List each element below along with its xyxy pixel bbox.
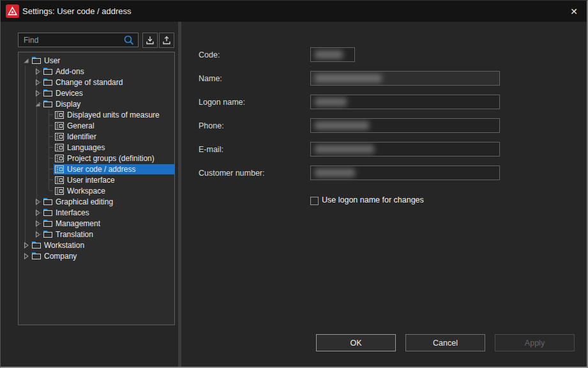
- tree-item-label: General: [64, 121, 97, 130]
- export-settings-button[interactable]: [159, 33, 174, 48]
- tree-item[interactable]: Company: [19, 250, 174, 261]
- settings-page-icon: [55, 133, 64, 141]
- tree-item[interactable]: User: [19, 55, 174, 66]
- field-label: Customer number:: [199, 169, 265, 178]
- use-logon-name-checkbox[interactable]: [310, 197, 319, 205]
- tree-item-label: Add-ons: [53, 67, 87, 76]
- tree-item-row[interactable]: Company: [31, 251, 174, 261]
- redacted-value: [315, 74, 382, 82]
- tree-item-label: Company: [41, 252, 79, 261]
- folder-icon: [31, 241, 41, 249]
- settings-page-icon: [55, 144, 64, 151]
- tree-item[interactable]: Workstation: [19, 240, 174, 250]
- tree-item-label: Display: [53, 100, 83, 109]
- folder-icon: [43, 89, 53, 97]
- tree-item-label: Management: [53, 219, 103, 228]
- tree-item-label: Workstation: [41, 241, 87, 250]
- text-input[interactable]: [310, 95, 500, 109]
- folder-icon: [43, 78, 53, 86]
- import-icon: [146, 36, 155, 45]
- expander-icon[interactable]: [22, 241, 31, 250]
- field-label: Name:: [199, 74, 222, 83]
- folder-icon: [43, 197, 53, 206]
- tree-item-row[interactable]: General: [54, 121, 174, 131]
- tree-item[interactable]: Interfaces: [19, 207, 174, 218]
- tree-item-row[interactable]: Change of standard: [42, 77, 174, 88]
- tree-item-row[interactable]: Languages: [54, 142, 174, 153]
- import-settings-button[interactable]: [142, 33, 158, 48]
- tree-item-row[interactable]: Project groups (definition): [54, 153, 174, 164]
- folder-icon: [31, 252, 41, 260]
- tree-connector-line: [49, 136, 53, 137]
- text-input[interactable]: [310, 47, 355, 62]
- expander-icon[interactable]: [22, 56, 31, 65]
- panel-splitter[interactable]: [178, 22, 181, 367]
- folder-icon: [43, 208, 53, 217]
- tree-item[interactable]: Change of standard: [19, 77, 174, 88]
- tree-item-row[interactable]: Workspace: [54, 186, 174, 196]
- tree-item-label: Translation: [53, 230, 96, 239]
- search-icon: [123, 34, 135, 46]
- tree-item[interactable]: Graphical editing: [19, 196, 174, 207]
- redacted-value: [315, 121, 369, 130]
- tree-item[interactable]: Devices: [19, 88, 174, 98]
- text-input[interactable]: [310, 118, 500, 133]
- tree-connector-line: [37, 223, 41, 224]
- tree-item-label: User: [41, 56, 63, 65]
- folder-icon: [43, 100, 53, 108]
- window-title: Settings: User code / address: [22, 1, 132, 22]
- tree-item[interactable]: Languages: [19, 142, 174, 153]
- text-input[interactable]: [310, 142, 500, 157]
- apply-button[interactable]: Apply: [495, 334, 575, 351]
- tree-item-row[interactable]: Translation: [42, 229, 174, 240]
- tree-item-label: Languages: [64, 143, 107, 152]
- tree-item-row[interactable]: Workstation: [31, 240, 174, 250]
- tree-item-label: User interface: [64, 176, 117, 185]
- expander-icon[interactable]: [22, 252, 31, 261]
- tree-connector-line: [37, 201, 41, 202]
- tree-item[interactable]: Identifier: [19, 131, 174, 142]
- tree-item-row[interactable]: Displayed units of measure: [54, 110, 174, 120]
- tree-item[interactable]: Displayed units of measure: [19, 109, 174, 120]
- field-label: Code:: [199, 50, 220, 59]
- tree-item-row[interactable]: Identifier: [54, 132, 174, 142]
- tree-item-label: Change of standard: [53, 78, 125, 87]
- settings-page-icon: [55, 165, 64, 173]
- ok-button[interactable]: OK: [316, 334, 396, 351]
- tree-item-row[interactable]: Display: [42, 99, 174, 109]
- tree-item-row[interactable]: User: [31, 56, 174, 66]
- tree-item-row[interactable]: Add-ons: [42, 66, 174, 77]
- tree-connector-line: [37, 234, 41, 234]
- tree-item[interactable]: Display: [19, 98, 174, 109]
- tree-item-label: Identifier: [64, 132, 99, 141]
- redacted-value: [315, 169, 355, 177]
- text-input[interactable]: [310, 165, 500, 180]
- tree-item-row[interactable]: User interface: [54, 175, 174, 185]
- redacted-value: [315, 145, 374, 153]
- tree-item-row[interactable]: Devices: [42, 88, 174, 98]
- tree-item[interactable]: Add-ons: [19, 66, 174, 77]
- close-icon[interactable]: ✕: [566, 4, 582, 18]
- tree-item-row[interactable]: Graphical editing: [42, 197, 174, 207]
- text-input[interactable]: [310, 71, 500, 86]
- tree-item-label: Interfaces: [53, 208, 92, 217]
- tree-item[interactable]: Management: [19, 218, 174, 229]
- tree-item-row[interactable]: Management: [42, 218, 174, 229]
- field-label: E-mail:: [199, 145, 223, 154]
- tree-item-label: Project groups (definition): [64, 154, 157, 163]
- tree-connector-line: [37, 93, 41, 93]
- tree-item[interactable]: Project groups (definition): [19, 153, 174, 164]
- search-input[interactable]: [18, 33, 139, 47]
- tree-item[interactable]: User interface: [19, 174, 174, 185]
- tree-item[interactable]: General: [19, 120, 174, 131]
- settings-dialog: Settings: User code / address ✕: [0, 0, 588, 368]
- tree-item[interactable]: Translation: [19, 229, 174, 240]
- field-label: Phone:: [199, 121, 224, 130]
- tree-item[interactable]: Workspace: [19, 185, 174, 196]
- tree-item-row[interactable]: User code / address: [54, 164, 174, 174]
- tree-item[interactable]: User code / address: [19, 164, 174, 174]
- cancel-button[interactable]: Cancel: [405, 334, 485, 351]
- field-label: Logon name:: [199, 98, 245, 107]
- tree-connector-line: [37, 71, 41, 72]
- tree-item-row[interactable]: Interfaces: [42, 208, 174, 218]
